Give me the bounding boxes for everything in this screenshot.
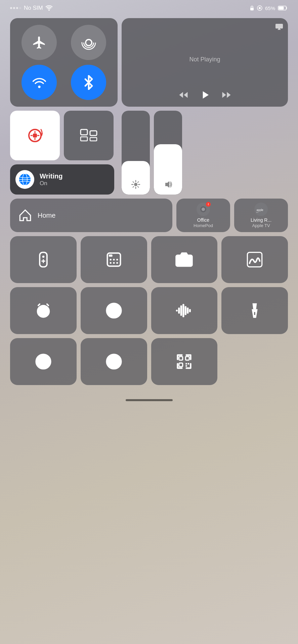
battery-icon: [278, 5, 288, 11]
office-homepod-tile[interactable]: ! Office HomePod: [176, 199, 230, 232]
play-button[interactable]: [199, 89, 211, 101]
svg-rect-66: [188, 363, 189, 364]
svg-line-24: [133, 182, 134, 183]
svg-point-51: [110, 307, 118, 314]
bluetooth-button[interactable]: [71, 65, 106, 100]
writing-icon: [15, 170, 34, 189]
home-icon: [18, 208, 32, 222]
signal-dots: [10, 7, 21, 9]
clock-button[interactable]: [10, 287, 77, 334]
signature-icon: [246, 251, 263, 268]
svg-marker-28: [165, 181, 169, 188]
network-tile: [10, 18, 118, 107]
svg-rect-11: [33, 133, 37, 138]
airplay-button[interactable]: [275, 23, 283, 32]
svg-point-45: [181, 258, 187, 263]
svg-text:apple: apple: [257, 208, 264, 211]
svg-rect-67: [186, 365, 187, 367]
voice-memos-button[interactable]: [151, 287, 218, 334]
appletv-icon: apple tv: [256, 206, 266, 213]
svg-text:tv: tv: [257, 211, 259, 213]
mirror-display-button[interactable]: [64, 111, 114, 160]
svg-rect-4: [279, 7, 284, 10]
media-controls: [128, 89, 281, 101]
cellular-button[interactable]: [71, 25, 106, 60]
svg-point-34: [42, 256, 45, 258]
writing-title: Writing: [40, 172, 63, 180]
apple-tv-tile[interactable]: apple tv Living R... Apple TV: [234, 199, 288, 232]
bluetooth-icon: [81, 75, 96, 90]
wifi-icon: [46, 5, 52, 11]
appletv-name: Living R... Apple TV: [251, 217, 271, 228]
brightness-slider[interactable]: [122, 111, 150, 195]
screen-record-button[interactable]: [81, 287, 147, 334]
wifi-button[interactable]: [22, 65, 57, 100]
homepod-alert: !: [206, 202, 211, 207]
svg-rect-12: [81, 129, 87, 135]
brightness-icon: [131, 180, 140, 189]
status-right: 65%: [250, 5, 288, 11]
home-tile[interactable]: Home: [10, 199, 172, 232]
writing-subtitle: On: [40, 180, 63, 187]
sliders: [122, 111, 288, 195]
flashlight-icon: [246, 302, 263, 319]
screen-record-icon: [105, 302, 123, 319]
rewind-icon: [178, 90, 188, 100]
svg-point-19: [134, 183, 137, 186]
svg-rect-38: [109, 255, 112, 257]
battery-percent: 65%: [265, 5, 275, 11]
shazam-icon: [35, 353, 52, 370]
svg-rect-63: [186, 357, 189, 360]
row-2: Writing On: [10, 111, 288, 195]
appletv-icon-container: apple tv: [254, 203, 268, 216]
cellular-icon: [81, 35, 96, 50]
svg-rect-64: [179, 363, 183, 367]
writing-on-tile[interactable]: Writing On: [10, 164, 114, 195]
signature-button[interactable]: [221, 236, 288, 283]
calculator-button[interactable]: [81, 236, 147, 283]
screen-lock-button[interactable]: [10, 111, 60, 160]
homepod-name: Office HomePod: [194, 217, 213, 228]
home-label: Home: [38, 212, 55, 219]
row2-buttons: [10, 111, 118, 160]
camera-button[interactable]: [151, 236, 218, 283]
svg-point-44: [116, 262, 118, 264]
svg-rect-0: [250, 8, 254, 10]
play-icon: [199, 89, 211, 101]
icon-grid-row2: [10, 287, 288, 334]
row2-left: Writing On: [10, 111, 118, 195]
remote-button[interactable]: [10, 236, 77, 283]
home-indicator[interactable]: [126, 399, 173, 401]
airplay-icon: [275, 23, 283, 31]
airplane-icon: [32, 35, 47, 50]
flashlight-button[interactable]: [221, 287, 288, 334]
dark-mode-button[interactable]: [81, 338, 147, 385]
homepod-glyph: [200, 206, 207, 213]
svg-point-42: [110, 262, 111, 264]
clock-icon: [35, 302, 52, 319]
fast-forward-icon: [221, 90, 231, 100]
writing-globe-icon: [18, 173, 31, 186]
fast-forward-button[interactable]: [221, 90, 231, 100]
svg-point-8: [38, 86, 40, 88]
qr-scanner-button[interactable]: [151, 338, 218, 385]
shazam-button[interactable]: [10, 338, 77, 385]
screen-lock-icon: [25, 125, 45, 146]
svg-point-39: [110, 259, 111, 260]
homepod-icon: !: [197, 203, 210, 216]
svg-line-25: [138, 186, 139, 187]
airplane-mode-button[interactable]: [22, 25, 57, 60]
svg-rect-14: [90, 131, 97, 136]
camera-icon: [175, 251, 193, 268]
svg-point-2: [259, 7, 261, 9]
soundwave-icon: [175, 302, 193, 319]
control-center: Not Playing: [0, 15, 298, 396]
rewind-button[interactable]: [178, 90, 188, 100]
svg-line-27: [138, 182, 139, 183]
icon-grid-row3: [10, 338, 288, 385]
svg-rect-65: [186, 363, 187, 364]
calculator-icon: [105, 251, 123, 268]
svg-point-43: [113, 262, 115, 264]
volume-slider[interactable]: [154, 111, 182, 195]
home-row: Home ! Office HomePod apple tv: [10, 199, 288, 232]
